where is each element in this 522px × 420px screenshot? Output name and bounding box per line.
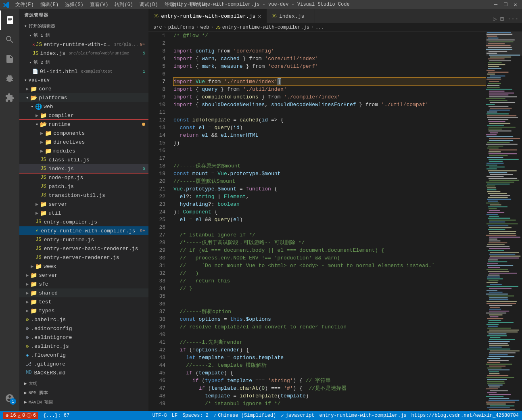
menu-file[interactable]: 文件(F): [13, 1, 36, 8]
tree-file-editorconfig[interactable]: ⚙ .editorconfig: [19, 324, 148, 333]
npm-section[interactable]: ▶ NPM 脚本: [19, 388, 148, 397]
breadcrumb-file[interactable]: entry-runtime-with-compiler.js: [222, 25, 309, 30]
tree-folder-platforms[interactable]: ▾ 📂 platforms: [19, 93, 148, 102]
tree-file-gitignore[interactable]: ⎇ .gitignore: [19, 359, 148, 368]
tree-folder-components[interactable]: ▶ 📁 components: [19, 129, 148, 138]
activity-debug[interactable]: [0, 69, 19, 88]
tree-file-eslintrc[interactable]: ⚙ .eslintrc.js: [19, 342, 148, 351]
tree-file-backers[interactable]: MD BACKERS.md: [19, 368, 148, 377]
tree-folder-sfc[interactable]: ▶ 📁 sfc: [19, 280, 148, 288]
activity-source-control[interactable]: [0, 49, 19, 69]
menu-select[interactable]: 选择(S): [63, 1, 86, 8]
breadcrumb-src[interactable]: src: [153, 25, 162, 30]
tree-file-entry-server-basic[interactable]: JS entry-server-basic-renderer.js: [19, 244, 148, 253]
minimize-button[interactable]: —: [493, 1, 499, 8]
more-actions-icon[interactable]: ···: [507, 15, 519, 23]
tabs-bar: JS entry-runtime-with-compiler.js ✕ JS i…: [148, 9, 522, 23]
html-file-icon: 📄: [32, 69, 38, 75]
tree-file-transition-util[interactable]: JS transition-util.js: [19, 191, 148, 200]
tree-folder-shared[interactable]: ▶ 📁 shared: [19, 288, 148, 297]
tree-file-entry-runtime[interactable]: JS entry-runtime.js: [19, 235, 148, 244]
group1-label[interactable]: ▾ 第 1 组: [19, 31, 148, 40]
tab-entry-runtime[interactable]: JS entry-runtime-with-compiler.js ✕: [148, 9, 267, 23]
line-num: 36: [148, 300, 165, 308]
tab-close-button[interactable]: ✕: [258, 13, 261, 20]
status-errors[interactable]: ⊗ 16 △ 0 ⓘ 6: [3, 412, 38, 419]
line-num: 35: [148, 293, 165, 300]
tree-file-eslintignore[interactable]: ⚙ .eslintignore: [19, 333, 148, 342]
menu-debug[interactable]: 调试(D): [137, 1, 161, 8]
tree-folder-runtime[interactable]: ▾ 📂 runtime: [19, 120, 148, 129]
tree-file-flowconfig[interactable]: ◈ .flowconfig: [19, 351, 148, 359]
tree-folder-directives[interactable]: ▶ 📁 directives: [19, 138, 148, 146]
line-num: 31: [148, 262, 165, 270]
line-numbers: 1 2 3 4 5 6 7 8 9 10 11 12 13 14 15 16 1…: [148, 32, 169, 411]
tree-folder-util[interactable]: ▶ 📁 util: [19, 209, 148, 217]
outline-section[interactable]: ▶ 大纲: [19, 379, 148, 388]
menu-view[interactable]: 查看(V): [88, 1, 111, 8]
code-content[interactable]: /* @flow */ import config from 'core/con…: [169, 32, 486, 411]
line-num: 29: [148, 247, 165, 254]
status-file-type[interactable]: entry-runtime-with-compiler.js: [319, 413, 407, 419]
open-editors-section[interactable]: ▾ 打开的编辑器: [19, 21, 148, 31]
tree-file-babelrc[interactable]: ⚙ .babelrc.js: [19, 315, 148, 324]
open-editor-init[interactable]: 📄 01-init.html examples\test 1: [19, 67, 148, 76]
tabs-actions: ▷ ⊟ ···: [490, 15, 522, 23]
tree-file-index-js[interactable]: JS index.js 5: [19, 164, 148, 173]
group2-label[interactable]: ▾ 第 2 组: [19, 58, 148, 67]
tree-folder-server-root[interactable]: ▶ 📁 server: [19, 271, 148, 280]
breadcrumb-web[interactable]: web: [200, 25, 209, 30]
line-num: 25: [148, 216, 165, 224]
breadcrumb-symbol[interactable]: ...: [315, 25, 324, 30]
status-spaces[interactable]: Spaces: 2: [182, 413, 209, 419]
tree-folder-test[interactable]: ▶ 📁 test: [19, 297, 148, 306]
open-editor-index[interactable]: JS index.js src/platforms\web\runtime 5: [19, 49, 148, 58]
status-url[interactable]: https://blog.csdn.net/weixin_42580704: [411, 413, 519, 419]
menu-goto[interactable]: 转到(G): [112, 1, 136, 8]
tree-folder-compiler[interactable]: ▶ 📁 compiler: [19, 111, 148, 120]
line-num: 19: [148, 170, 165, 178]
tree-file-entry-server-renderer[interactable]: JS entry-server-renderer.js: [19, 253, 148, 262]
close-icon[interactable]: ✕: [32, 42, 35, 47]
tab-index[interactable]: JS index.js: [267, 9, 315, 23]
tree-file-entry-compiler[interactable]: JS entry-compiler.js: [19, 217, 148, 226]
line-num: 44: [148, 361, 165, 369]
maximize-button[interactable]: □: [502, 1, 509, 8]
run-icon[interactable]: ▷: [493, 15, 497, 23]
close-button[interactable]: ✕: [512, 1, 519, 8]
split-editor-icon[interactable]: ⊟: [500, 15, 504, 23]
vue-dev-section[interactable]: ▾ VUE-DEV: [19, 76, 148, 84]
code-editor: 1 2 3 4 5 6 7 8 9 10 11 12 13 14 15 16 1…: [148, 32, 522, 411]
tree-file-class-util[interactable]: JS class-util.js: [19, 155, 148, 164]
chevron-down-icon: ▾: [24, 23, 27, 29]
warning-count: 0: [22, 413, 25, 418]
code-line-31: // `Do not mount Vue to <html> or <body>…: [173, 262, 486, 270]
status-encoding[interactable]: UTF-8: [152, 413, 167, 419]
tree-file-patch[interactable]: JS patch.js: [19, 182, 148, 191]
tree-folder-web[interactable]: ▾ 🌐 web: [19, 102, 148, 111]
tree-file-node-ops[interactable]: JS node-ops.js: [19, 173, 148, 182]
code-line-17: [173, 155, 486, 162]
tree-folder-core[interactable]: ▶ 📁 core: [19, 84, 148, 93]
breadcrumb-platforms[interactable]: platforms: [168, 25, 194, 30]
activity-extensions[interactable]: [0, 88, 19, 107]
status-language[interactable]: ✓ Chinese (Simplified): [213, 413, 276, 419]
tree-file-entry-runtime-compiler[interactable]: ⚡ entry-runtime-with-compiler.js 9+: [19, 226, 148, 235]
menu-edit[interactable]: 编辑(E): [38, 1, 61, 8]
code-line-33: // return this: [173, 277, 486, 285]
open-editor-entry-runtime[interactable]: ✕ JS entry-runtime-with-compiler.js src/…: [19, 40, 148, 49]
status-syntax[interactable]: ✓ javascript: [281, 413, 314, 419]
activity-explorer[interactable]: [0, 10, 19, 30]
status-line-ending[interactable]: LF: [172, 413, 177, 419]
maven-section[interactable]: ▶ MAVEN 项目: [19, 397, 148, 407]
js-icon: JS: [35, 255, 41, 260]
file-name: class-util.js: [48, 157, 89, 163]
line-num: 4: [148, 55, 165, 63]
tree-folder-weex[interactable]: ▶ 📁 weex: [19, 262, 148, 271]
tree-folder-server-web[interactable]: ▶ 📁 server: [19, 200, 148, 209]
activity-search[interactable]: [0, 30, 19, 49]
tree-folder-modules[interactable]: ▶ 📁 modules: [19, 146, 148, 155]
tree-folder-types[interactable]: ▶ 📁 types: [19, 306, 148, 315]
activity-account[interactable]: 1: [0, 389, 19, 408]
status-position[interactable]: {...}: 67: [43, 413, 69, 418]
